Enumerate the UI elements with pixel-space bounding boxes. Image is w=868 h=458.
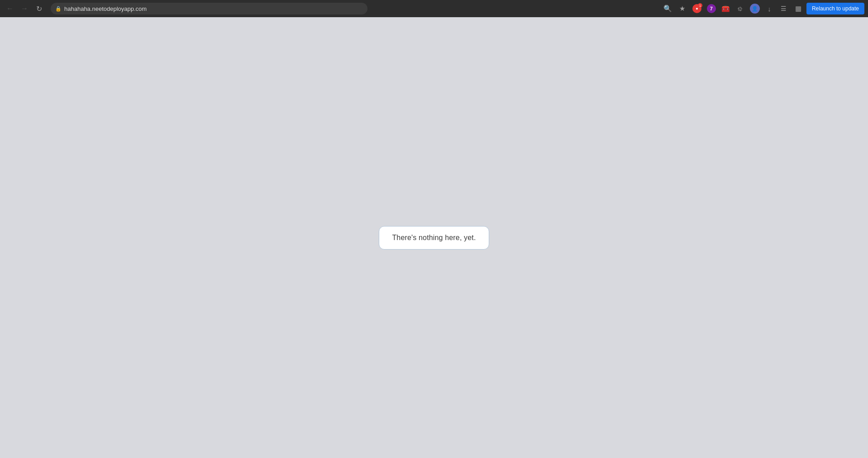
back-icon: ← (6, 5, 14, 13)
profile-button[interactable]: 👤 (749, 2, 761, 15)
extension-red-label: ● (696, 6, 698, 11)
extensions-icon: 🧰 (721, 5, 730, 13)
cast-button[interactable]: ▦ (792, 2, 805, 15)
relaunch-button[interactable]: Relaunch to update (806, 3, 864, 14)
zoom-icon: 🔍 (663, 5, 672, 13)
empty-state-box: There's nothing here, yet. (379, 226, 489, 250)
forward-icon: → (21, 5, 28, 13)
page-content: There's nothing here, yet. (0, 17, 868, 458)
bookmark-button[interactable]: ★ (676, 2, 689, 15)
bookmark-icon: ★ (679, 5, 685, 13)
extension-red-button[interactable]: ● 1 (691, 2, 703, 15)
zoom-button[interactable]: 🔍 (662, 2, 674, 15)
cast-icon: ▦ (795, 5, 801, 13)
lock-icon: 🔒 (55, 6, 62, 12)
extension-purple-label: 7 (710, 6, 713, 11)
toolbar-right: 🔍 ★ ● 1 7 🧰 ⛭ 👤 ↓ (662, 2, 864, 15)
downloads-button[interactable]: ↓ (763, 2, 776, 15)
forward-button[interactable]: → (18, 2, 31, 15)
extension-purple-icon: 7 (707, 4, 716, 13)
sidebar-button[interactable]: ☰ (777, 2, 790, 15)
profile-avatar: 👤 (750, 4, 760, 14)
downloads-icon: ↓ (768, 5, 771, 13)
reload-icon: ↻ (36, 5, 42, 13)
address-bar[interactable]: 🔒 hahahaha.neetodeployapp.com (51, 3, 367, 14)
browser-toolbar: ← → ↻ 🔒 hahahaha.neetodeployapp.com 🔍 ★ … (0, 0, 868, 17)
extensions-button[interactable]: 🧰 (720, 2, 732, 15)
reload-button[interactable]: ↻ (33, 2, 45, 15)
extension-badge: 1 (698, 3, 702, 8)
settings-icon-button[interactable]: ⛭ (734, 2, 747, 15)
sidebar-icon: ☰ (781, 5, 787, 12)
extension-purple-button[interactable]: 7 (705, 2, 718, 15)
empty-state-text: There's nothing here, yet. (392, 234, 476, 241)
settings-icon: ⛭ (737, 5, 744, 13)
profile-initial: 👤 (752, 6, 758, 12)
url-text: hahahaha.neetodeployapp.com (64, 5, 147, 12)
back-button[interactable]: ← (4, 2, 16, 15)
